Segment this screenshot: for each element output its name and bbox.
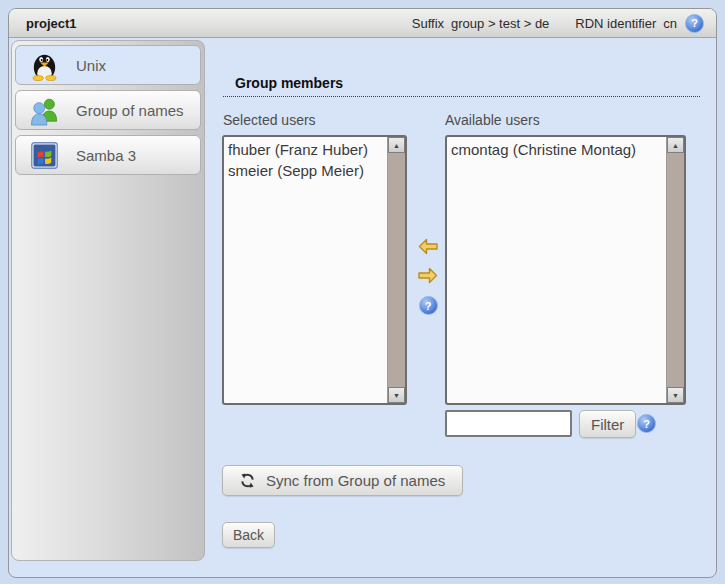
list-item[interactable]: smeier (Sepp Meier) xyxy=(228,160,387,181)
filter-input[interactable] xyxy=(445,410,572,437)
tab-samba3[interactable]: Samba 3 xyxy=(15,135,201,175)
sync-from-group-of-names-button[interactable]: Sync from Group of names xyxy=(222,465,463,496)
main-window: project1 Suffix group > test > de RDN id… xyxy=(8,8,717,578)
list-item[interactable]: cmontag (Christine Montag) xyxy=(451,139,666,160)
help-icon[interactable]: ? xyxy=(637,414,656,433)
back-button-label: Back xyxy=(233,527,264,543)
list-item[interactable]: fhuber (Franz Huber) xyxy=(228,139,387,160)
rdn-identifier-label: RDN identifier xyxy=(575,16,656,31)
section-header: Group members xyxy=(223,75,700,97)
suffix-label: Suffix xyxy=(412,16,444,31)
selected-users-listbox[interactable]: fhuber (Franz Huber)smeier (Sepp Meier) … xyxy=(222,135,407,405)
users-icon xyxy=(27,95,61,126)
transfer-controls: ? xyxy=(413,238,443,315)
move-right-arrow-icon[interactable] xyxy=(418,267,438,284)
scroll-down-icon[interactable]: ▼ xyxy=(388,387,405,403)
module-tab-list: Unix Group of names xyxy=(11,40,205,561)
scroll-up-icon[interactable]: ▲ xyxy=(667,137,684,153)
windows-icon xyxy=(27,142,61,169)
selected-users-label: Selected users xyxy=(223,112,316,128)
help-icon[interactable]: ? xyxy=(419,296,438,315)
tux-icon xyxy=(27,50,61,81)
tab-unix-label: Unix xyxy=(76,57,106,74)
tab-group-of-names-label: Group of names xyxy=(76,102,184,119)
section-title: Group members xyxy=(223,75,700,91)
tab-samba3-label: Samba 3 xyxy=(76,147,136,164)
scrollbar-track[interactable] xyxy=(388,153,405,387)
content-area: Group members Selected users Available u… xyxy=(205,40,714,575)
help-icon[interactable]: ? xyxy=(685,14,704,33)
move-left-arrow-icon[interactable] xyxy=(418,238,438,255)
filter-button-label: Filter xyxy=(591,416,624,433)
available-users-scrollbar[interactable]: ▲ ▼ xyxy=(666,137,684,403)
scrollbar-track[interactable] xyxy=(667,153,684,387)
available-users-listbox[interactable]: cmontag (Christine Montag) ▲ ▼ xyxy=(445,135,686,405)
available-users-label: Available users xyxy=(445,112,540,128)
available-users-items: cmontag (Christine Montag) xyxy=(447,137,666,403)
sync-icon xyxy=(240,473,255,488)
selected-users-items: fhuber (Franz Huber)smeier (Sepp Meier) xyxy=(224,137,387,403)
tab-group-of-names[interactable]: Group of names xyxy=(15,90,201,130)
title-bar: project1 Suffix group > test > de RDN id… xyxy=(9,9,716,38)
sync-button-label: Sync from Group of names xyxy=(266,472,445,489)
page-title: project1 xyxy=(26,16,77,31)
tab-unix[interactable]: Unix xyxy=(15,45,201,85)
scroll-up-icon[interactable]: ▲ xyxy=(388,137,405,153)
back-button[interactable]: Back xyxy=(222,522,275,548)
selected-users-scrollbar[interactable]: ▲ ▼ xyxy=(387,137,405,403)
rdn-identifier-value: cn xyxy=(663,16,677,31)
suffix-value: group > test > de xyxy=(451,16,549,31)
filter-button[interactable]: Filter xyxy=(579,410,636,438)
scroll-down-icon[interactable]: ▼ xyxy=(667,387,684,403)
titlebar-info: Suffix group > test > de RDN identifier … xyxy=(412,14,704,33)
